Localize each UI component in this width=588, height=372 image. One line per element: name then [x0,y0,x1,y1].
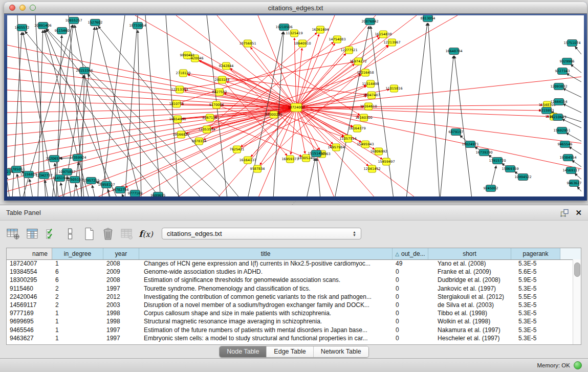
graph-node[interactable] [333,144,340,151]
graph-node[interactable] [317,26,324,33]
graph-node[interactable] [345,47,353,54]
graph-node[interactable] [191,55,199,62]
network-canvas[interactable]: 2242004692428442803144842755291700848267… [7,15,584,196]
graph-node[interactable] [62,169,72,176]
table-row[interactable]: 1456911722003Disruption of a novel membe… [7,301,573,309]
graph-node[interactable] [116,187,125,193]
graph-node[interactable] [233,146,241,153]
graph-node[interactable] [154,192,163,197]
table-row[interactable]: 1938455462009Genome-wide association stu… [7,268,573,276]
graph-node[interactable] [244,40,252,47]
table-row[interactable]: 946554611997Estimation of the future num… [7,326,573,334]
column-header-title[interactable]: title [139,248,393,259]
graph-node[interactable] [562,58,572,65]
graph-node[interactable] [362,141,369,148]
graph-node[interactable] [312,150,321,157]
column-header-in_degree[interactable]: in_degree [52,248,103,259]
tab-node-table[interactable]: Node Table [220,346,266,357]
graph-node[interactable] [563,155,573,161]
close-panel-button[interactable]: ✕ [575,209,582,216]
graph-node[interactable] [466,141,475,148]
graph-node[interactable] [493,158,503,164]
vertical-scrollbar[interactable] [573,259,581,344]
table-settings-button[interactable] [6,227,20,241]
graph-node[interactable] [567,167,576,174]
graph-node[interactable] [423,15,433,22]
table-row[interactable]: 977716911998Corpus callosum shape and si… [7,309,573,317]
graph-node[interactable] [180,70,187,77]
graph-node[interactable] [279,24,289,31]
graph-node[interactable] [380,31,387,38]
graph-node[interactable] [554,99,564,105]
graph-node[interactable] [383,158,390,165]
graph-node[interactable] [480,149,489,156]
graph-node[interactable] [184,52,191,59]
window-titlebar[interactable]: citations_edges.txt [4,2,587,14]
table-row[interactable]: 2242004622012Investigating the contribut… [7,293,573,301]
graph-node[interactable] [557,127,567,134]
graph-node[interactable] [287,156,294,163]
graph-node[interactable] [206,114,214,121]
graph-node[interactable] [368,165,376,172]
graph-node[interactable] [506,166,515,172]
graph-node[interactable] [213,101,221,108]
select-mode-button[interactable] [44,227,58,241]
column-header-name[interactable]: name [7,248,52,259]
graph-node[interactable] [173,100,181,107]
memory-ok-indicator[interactable] [574,361,582,369]
graph-node[interactable] [12,166,21,173]
graph-node[interactable] [355,58,362,65]
table-row[interactable]: 946362711997Embryonic stem cells: a mode… [7,334,573,342]
table-select[interactable]: citations_edges.txt ▲▼ [162,228,361,239]
graph-node[interactable] [102,182,112,188]
graph-node[interactable] [299,40,307,47]
graph-node[interactable] [354,125,361,132]
graph-node[interactable] [334,36,341,43]
graph-node[interactable] [203,126,211,133]
graph-node[interactable] [80,68,90,74]
row-height-button[interactable] [63,227,77,241]
graph-node[interactable] [388,39,396,46]
graph-node[interactable] [344,135,352,142]
graph-node[interactable] [518,174,528,181]
tab-network-table[interactable]: Network Table [313,346,368,357]
graph-node[interactable] [291,103,302,112]
graph-node[interactable] [553,114,563,121]
graph-node[interactable] [375,148,383,155]
graph-node[interactable] [39,172,49,179]
column-header-out_de[interactable]: △out_de... [393,248,428,259]
graph-node[interactable] [73,155,83,161]
graph-node[interactable] [70,177,80,183]
table-row[interactable]: 1830029562008Estimation of significance … [7,276,573,284]
delete-button[interactable] [101,227,115,241]
graph-node[interactable] [195,138,203,145]
graph-node[interactable] [367,80,375,87]
graph-node[interactable] [7,169,11,176]
graph-node[interactable] [50,156,59,162]
graph-node[interactable] [244,157,252,164]
graph-node[interactable] [368,92,376,99]
graph-node[interactable] [69,17,79,24]
splitter-handle[interactable]: ⋰ [290,202,298,204]
graph-node[interactable] [360,114,368,121]
graph-node[interactable] [390,85,398,92]
column-header-short[interactable]: short [428,248,511,259]
import-table-button[interactable] [120,227,134,241]
graph-node[interactable] [174,116,182,123]
graph-node[interactable] [219,76,226,83]
graph-node[interactable] [130,190,140,197]
graph-node[interactable] [24,171,34,178]
graph-node[interactable] [365,18,375,25]
graph-node[interactable] [178,131,185,138]
graph-node[interactable] [365,103,373,110]
graph-node[interactable] [291,30,298,37]
tab-edge-table[interactable]: Edge Table [266,346,313,357]
graph-node[interactable] [216,89,224,96]
float-window-button[interactable] [560,209,569,217]
graph-node[interactable] [270,111,278,118]
graph-node[interactable] [133,23,143,29]
new-document-button[interactable] [82,227,96,241]
graph-node[interactable] [542,107,552,114]
table-row[interactable]: 911546021997Tourette syndrome. Phenomeno… [7,285,573,293]
table-row[interactable]: 969969511998Structural magnetic resonanc… [7,317,573,325]
